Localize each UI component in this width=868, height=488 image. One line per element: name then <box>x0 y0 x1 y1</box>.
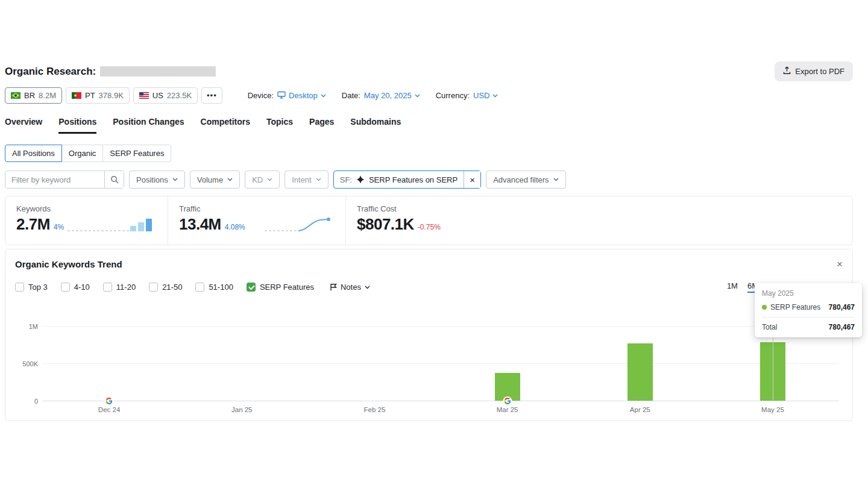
dropdown-label: Volume <box>197 175 223 184</box>
remove-serp-filter-button[interactable]: × <box>464 171 480 188</box>
intent-filter-dropdown[interactable]: Intent <box>285 170 329 189</box>
subtab-serp-features[interactable]: SERP Features <box>102 145 171 162</box>
tab-subdomains[interactable]: Subdomains <box>350 117 401 134</box>
close-chart-button[interactable]: × <box>837 259 843 269</box>
us-flag-icon <box>139 92 149 99</box>
keywords-sparkline <box>66 214 157 237</box>
country-tab-br[interactable]: BR 8.2M <box>5 87 62 104</box>
serp-chip-body[interactable]: SF: SERP Features on SERP <box>334 171 464 188</box>
device-label: Device: <box>248 91 274 100</box>
domain-redacted-block <box>100 66 216 77</box>
tab-positions[interactable]: Positions <box>58 117 96 134</box>
date-value-dropdown[interactable]: May 20, 2025 <box>364 91 420 100</box>
y-axis-tick: 500K <box>15 360 38 368</box>
chevron-down-icon <box>365 286 370 289</box>
tab-overview[interactable]: Overview <box>5 117 42 134</box>
advanced-filters-dropdown[interactable]: Advanced filters <box>486 170 566 189</box>
checkbox-unchecked-icon <box>195 283 204 292</box>
tab-position-changes[interactable]: Position Changes <box>113 117 184 134</box>
export-icon <box>783 66 791 77</box>
metric-traffic-cost: Traffic Cost $807.1K -0.75% <box>346 196 852 245</box>
legend-label: 51-100 <box>209 283 233 292</box>
x-axis-labels: Dec 24Jan 25Feb 25Mar 25Apr 25May 25 <box>43 406 839 413</box>
keyword-filter-input[interactable] <box>5 171 104 188</box>
device-value-dropdown[interactable]: Desktop <box>277 91 326 101</box>
metric-value: $807.1K <box>357 215 414 234</box>
notes-label: Notes <box>341 283 361 292</box>
subtab-all-positions[interactable]: All Positions <box>5 145 62 162</box>
x-axis-label: Mar 25 <box>441 406 574 413</box>
legend-label: Top 3 <box>28 283 48 292</box>
range-1m[interactable]: 1M <box>727 281 738 293</box>
plot-column-apr-25[interactable] <box>574 305 706 401</box>
tab-pages[interactable]: Pages <box>309 117 334 134</box>
more-countries-button[interactable]: ••• <box>201 87 222 104</box>
x-axis-label: Feb 25 <box>308 406 441 413</box>
metric-change: 4.08% <box>225 223 245 231</box>
legend-top-3[interactable]: Top 3 <box>15 283 48 292</box>
legend-51-100[interactable]: 51-100 <box>195 283 233 292</box>
context-selectors: Device: Desktop Date: May 20, 2025 <box>248 91 498 101</box>
time-range-selector: 1M 6M <box>727 281 758 293</box>
checkbox-unchecked-icon <box>15 283 24 292</box>
chevron-down-icon <box>227 178 233 181</box>
legend-4-10[interactable]: 4-10 <box>61 283 90 292</box>
country-toolbar: BR 8.2M PT 378.9K US 223.5K ••• Device: <box>5 87 853 104</box>
legend-21-50[interactable]: 21-50 <box>149 283 182 292</box>
volume-filter-dropdown[interactable]: Volume <box>190 170 240 189</box>
metric-change: 4% <box>54 223 64 231</box>
y-axis-tick: 1M <box>15 323 38 330</box>
chart-title: Organic Keywords Trend <box>15 259 122 269</box>
checkbox-checked-icon <box>247 283 256 292</box>
tooltip-series-value: 780,467 <box>829 303 855 311</box>
tooltip-total-label: Total <box>762 323 777 331</box>
bar-chart-plot: 1M 500K 0 <box>43 305 839 401</box>
tooltip-series-label: SERP Features <box>770 303 820 311</box>
google-update-icon[interactable] <box>503 396 512 405</box>
tab-competitors[interactable]: Competitors <box>201 117 250 134</box>
legend-11-20[interactable]: 11-20 <box>103 283 136 292</box>
country-tab-us[interactable]: US 223.5K <box>133 87 198 104</box>
currency-label: Currency: <box>436 91 470 100</box>
chevron-down-icon <box>267 178 272 181</box>
tooltip-total-value: 780,467 <box>829 323 855 331</box>
plot-column-mar-25[interactable] <box>441 305 574 401</box>
serp-features-series-dot <box>762 305 767 310</box>
search-button[interactable] <box>104 171 124 188</box>
summary-metrics-card: Keywords 2.7M 4% Traffic 13.4M 4.08% <box>5 196 853 245</box>
date-value: May 20, 2025 <box>364 91 412 100</box>
device-selector: Device: Desktop <box>248 91 326 101</box>
plot-column-jan-25[interactable] <box>175 305 308 401</box>
serp-features-filter-chip: SF: SERP Features on SERP × <box>333 170 481 189</box>
chart-tooltip: May 2025 SERP Features 780,467 Total 780… <box>755 283 862 337</box>
currency-value-dropdown[interactable]: USD <box>473 91 498 100</box>
checkbox-unchecked-icon <box>61 283 70 292</box>
country-tab-pt[interactable]: PT 378.9K <box>66 87 130 104</box>
subtab-organic[interactable]: Organic <box>61 145 104 162</box>
google-update-icon[interactable] <box>105 396 114 405</box>
search-icon <box>110 175 119 184</box>
metric-label: Keywords <box>16 204 157 213</box>
x-axis-label: Jan 25 <box>175 406 308 413</box>
plot-column-feb-25[interactable] <box>308 305 441 401</box>
currency-value: USD <box>473 91 489 100</box>
legend-label: 4-10 <box>74 283 90 292</box>
checkbox-unchecked-icon <box>103 283 112 292</box>
checkbox-unchecked-icon <box>149 283 158 292</box>
chevron-down-icon <box>172 178 178 181</box>
x-axis-label: Dec 24 <box>43 406 175 413</box>
country-code: US <box>153 91 163 100</box>
metric-traffic: Traffic 13.4M 4.08% <box>168 196 346 245</box>
legend-serp-features[interactable]: SERP Features <box>247 283 314 292</box>
kd-filter-dropdown[interactable]: KD <box>245 170 280 189</box>
plot-column-dec-24[interactable] <box>43 305 175 401</box>
pt-flag-icon <box>72 92 81 99</box>
positions-filter-dropdown[interactable]: Positions <box>129 170 185 189</box>
bar-serp-features[interactable] <box>627 343 653 401</box>
chart-controls: Top 3 4-10 11-20 21-50 51-100 SERP Featu… <box>15 281 843 293</box>
metric-change: -0.75% <box>418 223 441 231</box>
notes-dropdown[interactable]: Notes <box>330 283 370 292</box>
legend-label: 11-20 <box>116 283 136 292</box>
export-to-pdf-button[interactable]: Export to PDF <box>775 61 853 81</box>
tab-topics[interactable]: Topics <box>266 117 293 134</box>
